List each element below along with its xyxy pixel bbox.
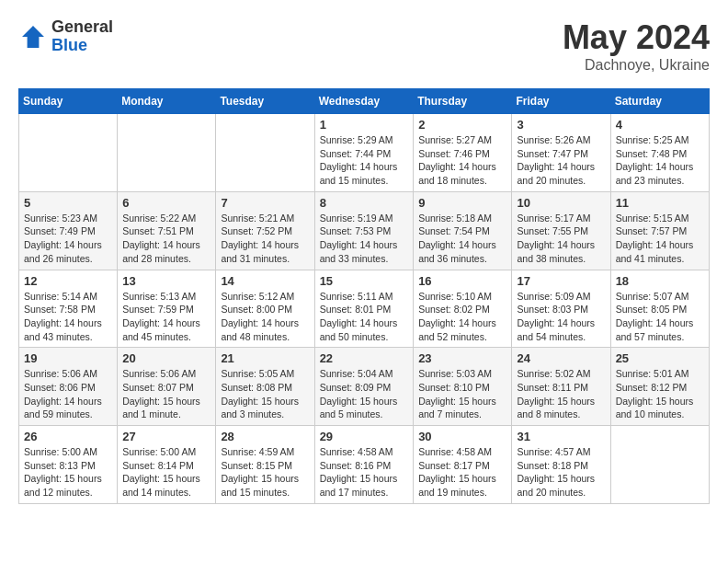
day-number: 4 xyxy=(616,118,704,132)
page-header: General Blue May 2024 Dachnoye, Ukraine xyxy=(18,18,710,74)
calendar-week-row: 19Sunrise: 5:06 AMSunset: 8:06 PMDayligh… xyxy=(19,348,710,426)
day-number: 30 xyxy=(418,430,506,443)
calendar-cell: 20Sunrise: 5:06 AMSunset: 8:07 PMDayligh… xyxy=(118,348,216,426)
day-number: 10 xyxy=(517,196,605,210)
day-info: Sunrise: 5:00 AMSunset: 8:13 PMDaylight:… xyxy=(24,445,112,500)
day-info: Sunrise: 5:13 AMSunset: 7:59 PMDaylight:… xyxy=(122,290,210,344)
calendar-cell xyxy=(19,114,118,192)
day-info: Sunrise: 4:57 AMSunset: 8:18 PMDaylight:… xyxy=(517,445,605,500)
calendar-cell: 7Sunrise: 5:21 AMSunset: 7:52 PMDaylight… xyxy=(216,191,314,270)
calendar-cell: 21Sunrise: 5:05 AMSunset: 8:08 PMDayligh… xyxy=(216,348,314,426)
calendar-cell: 17Sunrise: 5:09 AMSunset: 8:03 PMDayligh… xyxy=(512,270,610,348)
day-info: Sunrise: 5:29 AMSunset: 7:44 PMDaylight:… xyxy=(320,133,409,188)
calendar-cell: 2Sunrise: 5:27 AMSunset: 7:46 PMDaylight… xyxy=(414,114,512,192)
day-number: 24 xyxy=(517,351,605,365)
day-info: Sunrise: 5:22 AMSunset: 7:51 PMDaylight:… xyxy=(122,212,210,266)
day-number: 13 xyxy=(122,274,210,288)
day-number: 15 xyxy=(320,274,409,288)
calendar-cell: 24Sunrise: 5:02 AMSunset: 8:11 PMDayligh… xyxy=(512,348,610,426)
calendar-week-row: 26Sunrise: 5:00 AMSunset: 8:13 PMDayligh… xyxy=(19,426,710,504)
day-info: Sunrise: 5:06 AMSunset: 8:06 PMDaylight:… xyxy=(24,367,112,421)
calendar-cell: 22Sunrise: 5:04 AMSunset: 8:09 PMDayligh… xyxy=(314,348,414,426)
day-info: Sunrise: 4:59 AMSunset: 8:15 PMDaylight:… xyxy=(221,445,309,500)
title-month: May 2024 xyxy=(563,18,710,57)
calendar-cell: 23Sunrise: 5:03 AMSunset: 8:10 PMDayligh… xyxy=(414,348,512,426)
day-number: 19 xyxy=(24,351,112,365)
day-info: Sunrise: 5:02 AMSunset: 8:11 PMDaylight:… xyxy=(517,367,605,421)
day-number: 6 xyxy=(122,196,210,210)
calendar-table: SundayMondayTuesdayWednesdayThursdayFrid… xyxy=(18,88,710,504)
logo-general: General xyxy=(51,18,113,37)
calendar-cell: 8Sunrise: 5:19 AMSunset: 7:53 PMDaylight… xyxy=(314,191,414,270)
day-number: 22 xyxy=(320,351,409,365)
day-info: Sunrise: 5:26 AMSunset: 7:47 PMDaylight:… xyxy=(517,133,605,188)
day-number: 31 xyxy=(517,430,605,443)
calendar-cell: 12Sunrise: 5:14 AMSunset: 7:58 PMDayligh… xyxy=(19,270,118,348)
calendar-cell xyxy=(118,114,216,192)
day-number: 21 xyxy=(221,351,309,365)
day-number: 3 xyxy=(517,118,605,132)
day-number: 20 xyxy=(122,351,210,365)
day-number: 12 xyxy=(24,274,112,288)
calendar-cell: 9Sunrise: 5:18 AMSunset: 7:54 PMDaylight… xyxy=(414,191,512,270)
calendar-cell: 15Sunrise: 5:11 AMSunset: 8:01 PMDayligh… xyxy=(314,270,414,348)
calendar-cell: 25Sunrise: 5:01 AMSunset: 8:12 PMDayligh… xyxy=(610,348,709,426)
svg-marker-0 xyxy=(22,26,44,48)
calendar-week-row: 5Sunrise: 5:23 AMSunset: 7:49 PMDaylight… xyxy=(19,191,710,270)
calendar-cell: 13Sunrise: 5:13 AMSunset: 7:59 PMDayligh… xyxy=(118,270,216,348)
logo-icon xyxy=(18,22,48,52)
day-info: Sunrise: 5:25 AMSunset: 7:48 PMDaylight:… xyxy=(616,133,704,188)
calendar-cell: 1Sunrise: 5:29 AMSunset: 7:44 PMDaylight… xyxy=(314,114,414,192)
calendar-cell: 19Sunrise: 5:06 AMSunset: 8:06 PMDayligh… xyxy=(19,348,118,426)
weekday-header: Monday xyxy=(118,89,216,114)
weekday-header: Tuesday xyxy=(216,89,314,114)
day-info: Sunrise: 5:00 AMSunset: 8:14 PMDaylight:… xyxy=(122,445,210,500)
day-number: 17 xyxy=(517,274,605,288)
calendar-cell xyxy=(610,426,709,504)
day-number: 16 xyxy=(418,274,506,288)
weekday-header: Friday xyxy=(512,89,610,114)
day-number: 23 xyxy=(418,351,506,365)
weekday-header: Saturday xyxy=(610,89,709,114)
day-info: Sunrise: 5:17 AMSunset: 7:55 PMDaylight:… xyxy=(517,212,605,266)
calendar-cell: 31Sunrise: 4:57 AMSunset: 8:18 PMDayligh… xyxy=(512,426,610,504)
day-number: 11 xyxy=(616,196,704,210)
day-info: Sunrise: 5:09 AMSunset: 8:03 PMDaylight:… xyxy=(517,290,605,344)
calendar-cell: 11Sunrise: 5:15 AMSunset: 7:57 PMDayligh… xyxy=(610,191,709,270)
calendar-week-row: 1Sunrise: 5:29 AMSunset: 7:44 PMDaylight… xyxy=(19,114,710,192)
day-info: Sunrise: 5:27 AMSunset: 7:46 PMDaylight:… xyxy=(418,133,506,188)
day-number: 27 xyxy=(122,430,210,443)
day-number: 7 xyxy=(221,196,309,210)
calendar-cell: 18Sunrise: 5:07 AMSunset: 8:05 PMDayligh… xyxy=(610,270,709,348)
calendar-cell xyxy=(216,114,314,192)
day-info: Sunrise: 5:07 AMSunset: 8:05 PMDaylight:… xyxy=(616,290,704,344)
day-info: Sunrise: 5:01 AMSunset: 8:12 PMDaylight:… xyxy=(616,367,704,421)
day-info: Sunrise: 5:12 AMSunset: 8:00 PMDaylight:… xyxy=(221,290,309,344)
day-number: 25 xyxy=(616,351,704,365)
day-info: Sunrise: 5:03 AMSunset: 8:10 PMDaylight:… xyxy=(418,367,506,421)
day-info: Sunrise: 4:58 AMSunset: 8:17 PMDaylight:… xyxy=(418,445,506,500)
day-number: 26 xyxy=(24,430,112,443)
calendar-body: 1Sunrise: 5:29 AMSunset: 7:44 PMDaylight… xyxy=(19,114,710,504)
title-location: Dachnoye, Ukraine xyxy=(563,57,710,74)
day-number: 29 xyxy=(320,430,409,443)
calendar-cell: 26Sunrise: 5:00 AMSunset: 8:13 PMDayligh… xyxy=(19,426,118,504)
weekday-header: Thursday xyxy=(414,89,512,114)
calendar-cell: 6Sunrise: 5:22 AMSunset: 7:51 PMDaylight… xyxy=(118,191,216,270)
day-info: Sunrise: 5:23 AMSunset: 7:49 PMDaylight:… xyxy=(24,212,112,266)
day-number: 5 xyxy=(24,196,112,210)
day-info: Sunrise: 5:15 AMSunset: 7:57 PMDaylight:… xyxy=(616,212,704,266)
day-info: Sunrise: 5:18 AMSunset: 7:54 PMDaylight:… xyxy=(418,212,506,266)
day-number: 28 xyxy=(221,430,309,443)
day-info: Sunrise: 4:58 AMSunset: 8:16 PMDaylight:… xyxy=(320,445,409,500)
day-info: Sunrise: 5:21 AMSunset: 7:52 PMDaylight:… xyxy=(221,212,309,266)
logo-text: General Blue xyxy=(51,18,113,55)
day-number: 18 xyxy=(616,274,704,288)
day-number: 8 xyxy=(320,196,409,210)
logo: General Blue xyxy=(18,18,113,55)
calendar-header: SundayMondayTuesdayWednesdayThursdayFrid… xyxy=(19,89,710,114)
title-block: May 2024 Dachnoye, Ukraine xyxy=(563,18,710,74)
calendar-cell: 5Sunrise: 5:23 AMSunset: 7:49 PMDaylight… xyxy=(19,191,118,270)
logo-blue: Blue xyxy=(51,37,113,55)
day-info: Sunrise: 5:11 AMSunset: 8:01 PMDaylight:… xyxy=(320,290,409,344)
